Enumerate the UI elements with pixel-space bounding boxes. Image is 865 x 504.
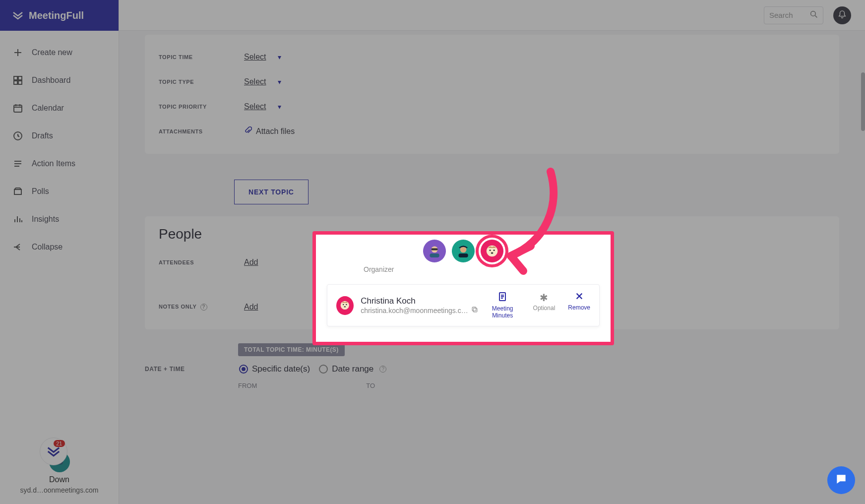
svg-rect-1	[18, 76, 22, 80]
from-label: FROM	[238, 382, 257, 389]
svg-rect-6	[14, 189, 21, 194]
chevron-down-icon[interactable]: ▾	[278, 53, 281, 61]
attendee-avatar-christina[interactable]	[481, 240, 503, 262]
chat-help-button[interactable]	[827, 466, 855, 494]
datetime-section: TOTAL TOPIC TIME: MINUTE(S) DATE + TIME …	[145, 343, 839, 389]
app-badge-icon[interactable]: 21	[40, 438, 67, 465]
search-icon	[810, 10, 818, 20]
document-icon	[485, 292, 520, 304]
notes-only-label: NOTES ONLY ?	[159, 304, 244, 311]
copy-icon[interactable]	[471, 306, 478, 315]
svg-point-20	[343, 304, 344, 305]
svg-rect-11	[430, 253, 439, 257]
person-card-email: christina.koch@moonmeetings.c…	[361, 307, 468, 315]
clock-icon	[12, 130, 24, 142]
topic-type-select[interactable]: Select	[244, 77, 266, 86]
badge-count: 21	[54, 440, 64, 447]
brand-mark-icon	[12, 9, 24, 21]
topic-time-label: TOPIC TIME	[159, 54, 244, 60]
add-notes-only-button[interactable]: Add	[244, 303, 258, 312]
nav-create-new[interactable]: Create new	[0, 39, 119, 66]
attendees-label: ATTENDEES	[159, 259, 244, 265]
radio-unchecked-icon	[319, 365, 328, 374]
next-topic-button[interactable]: NEXT TOPIC	[234, 180, 309, 204]
bell-icon	[838, 10, 847, 21]
nav-list: Create new Dashboard Calendar Drafts	[0, 31, 119, 504]
topic-priority-label: TOPIC PRIORITY	[159, 104, 244, 110]
specific-dates-radio[interactable]: Specific date(s)	[239, 364, 310, 374]
svg-rect-2	[14, 81, 17, 84]
chevron-down-icon[interactable]: ▾	[278, 78, 281, 86]
brand-logo[interactable]: MeetingFull	[0, 0, 119, 31]
user-name: Down	[0, 475, 119, 484]
topic-type-label: TOPIC TYPE	[159, 79, 244, 85]
help-icon[interactable]: ?	[379, 366, 386, 373]
nav-action-items[interactable]: Action Items	[0, 150, 119, 178]
svg-rect-4	[14, 105, 22, 112]
person-card-name: Christina Koch	[361, 296, 478, 306]
svg-rect-14	[458, 253, 468, 257]
nav-dashboard[interactable]: Dashboard	[0, 66, 119, 94]
paperclip-icon	[244, 126, 252, 136]
svg-rect-0	[14, 76, 17, 80]
user-email: syd.d…oonmeetings.com	[0, 486, 119, 494]
svg-point-17	[493, 250, 494, 251]
nav-drafts[interactable]: Drafts	[0, 122, 119, 150]
attach-files-button[interactable]: Attach files	[244, 126, 295, 136]
svg-point-16	[489, 250, 491, 251]
add-attendee-button[interactable]: Add	[244, 258, 258, 267]
nav-calendar[interactable]: Calendar	[0, 94, 119, 122]
brand-name: MeetingFull	[29, 10, 84, 21]
calendar-icon	[12, 102, 24, 114]
svg-point-15	[487, 246, 498, 257]
asterisk-icon: ✱	[533, 292, 556, 304]
list-icon	[12, 158, 24, 170]
dashboard-icon	[12, 74, 24, 86]
attendee-avatar-2[interactable]	[452, 240, 475, 262]
insights-icon	[12, 213, 24, 225]
attendee-avatar-organizer[interactable]	[423, 240, 446, 262]
tutorial-highlight-box: Organizer Christina Koch christina.koch@…	[312, 231, 614, 345]
chevron-down-icon[interactable]: ▾	[278, 103, 281, 111]
nav-polls[interactable]: Polls	[0, 178, 119, 205]
person-detail-card: Christina Koch christina.koch@moonmeetin…	[327, 284, 600, 326]
remove-action[interactable]: Remove	[568, 292, 590, 311]
chat-icon	[835, 473, 848, 488]
topic-time-select[interactable]: Select	[244, 53, 266, 62]
date-range-radio[interactable]: Date range ?	[319, 364, 386, 374]
nav-insights[interactable]: Insights	[0, 205, 119, 233]
search-input[interactable]: Search	[764, 6, 823, 24]
topbar: Search	[119, 0, 865, 31]
svg-point-22	[344, 306, 346, 307]
sidebar-user-block: 21 Down syd.d…oonmeetings.com	[0, 451, 119, 494]
to-label: TO	[366, 382, 375, 389]
svg-point-9	[811, 11, 816, 16]
scrollbar[interactable]	[861, 72, 865, 131]
topic-priority-select[interactable]: Select	[244, 102, 266, 111]
svg-rect-24	[472, 307, 476, 311]
radio-checked-icon	[239, 365, 248, 374]
svg-rect-23	[473, 308, 477, 312]
person-card-avatar	[336, 296, 354, 315]
arrow-left-icon	[12, 241, 24, 253]
close-icon	[568, 292, 590, 303]
organizer-label: Organizer	[364, 265, 386, 273]
attachments-label: ATTACHMENTS	[159, 128, 244, 134]
notifications-button[interactable]	[833, 6, 851, 24]
date-time-label: DATE + TIME	[145, 366, 230, 373]
help-icon[interactable]: ?	[200, 304, 207, 311]
svg-point-18	[491, 252, 494, 253]
plus-icon	[12, 47, 24, 59]
meeting-minutes-action[interactable]: Meeting Minutes	[485, 292, 520, 319]
nav-collapse[interactable]: Collapse	[0, 233, 119, 261]
svg-rect-3	[18, 81, 22, 84]
polls-icon	[12, 186, 24, 197]
svg-point-21	[346, 304, 347, 305]
optional-action[interactable]: ✱ Optional	[533, 292, 556, 312]
sidebar: MeetingFull Create new Dashboard Calenda…	[0, 0, 119, 504]
topic-settings-panel: TOPIC TIME Select ▾ TOPIC TYPE Select ▾ …	[145, 35, 839, 154]
svg-rect-12	[432, 248, 438, 250]
